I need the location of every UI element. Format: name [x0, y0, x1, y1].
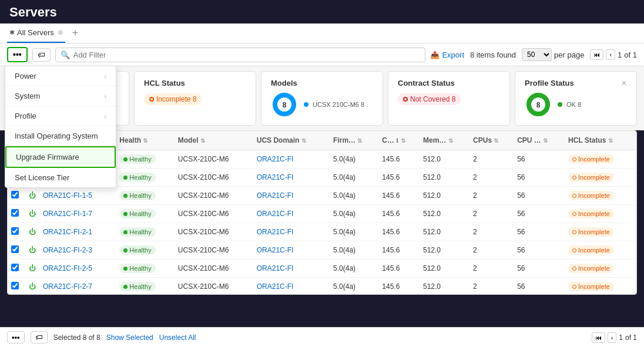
row-hcl-cell: Incomplete [565, 169, 636, 187]
server-link[interactable]: ORA21C-FI-2-3 [43, 246, 92, 254]
table-row: ⏻ ORA21C-FI-2-1 Healthy UCSX-210C-M6 ORA… [8, 223, 636, 241]
row-cpu-cell: 56 [514, 205, 565, 223]
health-badge: Healthy [119, 154, 155, 164]
ucs-domain-link[interactable]: ORA21C-FI [257, 264, 294, 272]
row-checkbox-cell [8, 260, 25, 278]
dropdown-system-label: System [15, 92, 40, 100]
hcl-badge: Incomplete [568, 227, 614, 237]
row-checkbox[interactable] [11, 245, 19, 253]
row-power-icon: ⏻ [29, 246, 36, 254]
table-row: ⏻ ORA21C-FI-2-7 Healthy UCSX-210C-M6 ORA… [8, 278, 636, 295]
col-memory[interactable]: Mem… ⇅ [420, 131, 469, 150]
hcl-badge: Incomplete [568, 154, 614, 164]
dropdown-power-arrow: › [104, 73, 106, 80]
row-hcl-cell: Incomplete [565, 223, 636, 241]
col-cpus[interactable]: CPUs ⇅ [469, 131, 514, 150]
card-hcl-title: HCL Status [144, 79, 246, 87]
row-checkbox[interactable] [11, 209, 19, 217]
ucs-domain-link[interactable]: ORA21C-FI [257, 246, 294, 254]
row-model-cell: UCSX-210C-M6 [175, 187, 253, 205]
row-checkbox[interactable] [11, 191, 19, 198]
tag-button[interactable]: 🏷 [32, 48, 51, 62]
hcl-badge: Incomplete [568, 264, 614, 273]
first-page-button[interactable]: ⏮ [590, 49, 603, 60]
row-ucs-domain-cell: ORA21C-FI [253, 169, 330, 187]
row-cpus-cell: 2 [469, 150, 514, 169]
ucs-domain-link[interactable]: ORA21C-FI [257, 210, 294, 218]
col-model[interactable]: Model ⇅ [175, 131, 253, 150]
row-checkbox[interactable] [11, 282, 19, 289]
row-checkbox-cell [8, 223, 25, 241]
row-cpu-cell: 56 [514, 241, 565, 260]
ucs-domain-link[interactable]: ORA21C-FI [257, 282, 294, 291]
card-hcl-content: Incomplete 8 [144, 93, 246, 105]
row-model-cell: UCSX-210C-M6 [175, 169, 253, 187]
hcl-circle [149, 97, 154, 102]
row-power-icon: ⏻ [29, 210, 36, 218]
row-cpu-cell: 56 [514, 223, 565, 241]
profile-donut: 8 [525, 91, 552, 118]
row-firmware-cell: 5.0(4a) [330, 241, 378, 260]
profile-dot [558, 102, 562, 107]
row-ucs-domain-cell: ORA21C-FI [253, 150, 330, 169]
ucs-domain-link[interactable]: ORA21C-FI [257, 228, 294, 236]
page-current: 1 [618, 50, 622, 59]
row-ucs-domain-cell: ORA21C-FI [253, 278, 330, 295]
prev-page-button[interactable]: ‹ [606, 49, 615, 60]
add-tab-button[interactable]: + [70, 25, 81, 42]
row-name-cell: ORA21C-FI-1-7 [39, 205, 116, 223]
dropdown-item-power[interactable]: Power › [5, 66, 116, 86]
row-checkbox[interactable] [11, 227, 19, 235]
dropdown-item-set-license[interactable]: Set License Tier [5, 168, 116, 187]
tab-close-icon[interactable]: ⊗ [58, 29, 63, 36]
col-hcl-status[interactable]: HCL Status ⇅ [565, 131, 636, 150]
card-contract-badge: Not Covered 8 [398, 93, 461, 105]
per-page-select[interactable]: 50 25 100 [522, 48, 552, 61]
row-c-cell: 145.6 [378, 150, 420, 169]
dropdown-item-profile[interactable]: Profile › [5, 106, 116, 126]
ucs-domain-link[interactable]: ORA21C-FI [257, 155, 294, 163]
info-icon[interactable]: ℹ [396, 137, 398, 144]
export-button[interactable]: 📤 Export [430, 50, 464, 59]
svg-text:8: 8 [283, 101, 287, 109]
server-link[interactable]: ORA21C-FI-1-5 [43, 191, 92, 200]
toolbar: ••• 🏷 🔍 📤 Export 8 items found 50 25 100… [0, 43, 644, 66]
row-model-cell: UCSX-210C-M6 [175, 223, 253, 241]
items-found: 8 items found [470, 50, 516, 59]
row-name-cell: ORA21C-FI-2-7 [39, 278, 116, 295]
three-dots-button[interactable]: ••• [7, 47, 28, 62]
row-ucs-domain-cell: ORA21C-FI [253, 223, 330, 241]
ucs-domain-link[interactable]: ORA21C-FI [257, 191, 294, 200]
row-model-cell: UCSX-210C-M6 [175, 260, 253, 278]
row-firmware-cell: 5.0(4a) [330, 223, 378, 241]
row-c-cell: 145.6 [378, 205, 420, 223]
col-c[interactable]: C… ℹ ⇅ [378, 131, 420, 150]
page-header: Servers [0, 0, 644, 23]
row-model-cell: UCSX-210C-M6 [175, 241, 253, 260]
dropdown-power-label: Power [15, 72, 36, 80]
dropdown-item-install-os[interactable]: Install Operating System [5, 126, 116, 146]
row-checkbox[interactable] [11, 264, 19, 271]
row-health-cell: Healthy [116, 187, 174, 205]
table-row: ⏻ ORA21C-FI-1-5 Healthy UCSX-210C-M6 ORA… [8, 187, 636, 205]
toolbar-right: 📤 Export 8 items found 50 25 100 per pag… [430, 48, 637, 61]
row-firmware-cell: 5.0(4a) [330, 169, 378, 187]
card-profile-header: Profile Status ✕ [525, 79, 627, 87]
server-link[interactable]: ORA21C-FI-2-7 [43, 282, 92, 291]
server-link[interactable]: ORA21C-FI-2-1 [43, 228, 92, 236]
ucs-domain-link[interactable]: ORA21C-FI [257, 173, 294, 181]
col-firmware[interactable]: Firm… ⇅ [330, 131, 378, 150]
col-health[interactable]: Health ⇅ [116, 131, 174, 150]
row-memory-cell: 512.0 [420, 205, 469, 223]
search-input[interactable] [73, 50, 421, 59]
dropdown-item-system[interactable]: System › [5, 86, 116, 106]
col-cpu[interactable]: CPU … ⇅ [514, 131, 565, 150]
table-row: ⏻ ORA21C-FI-1-7 Healthy UCSX-210C-M6 ORA… [8, 205, 636, 223]
server-link[interactable]: ORA21C-FI-1-7 [43, 210, 92, 218]
dropdown-item-upgrade-firmware[interactable]: Upgrade Firmware [5, 146, 116, 168]
server-link[interactable]: ORA21C-FI-2-5 [43, 264, 92, 272]
tab-all-servers[interactable]: ✱ All Servers ⊗ [7, 23, 65, 43]
row-cpu-cell: 56 [514, 260, 565, 278]
col-ucs-domain[interactable]: UCS Domain ⇅ [253, 131, 330, 150]
profile-close-icon[interactable]: ✕ [621, 79, 627, 87]
